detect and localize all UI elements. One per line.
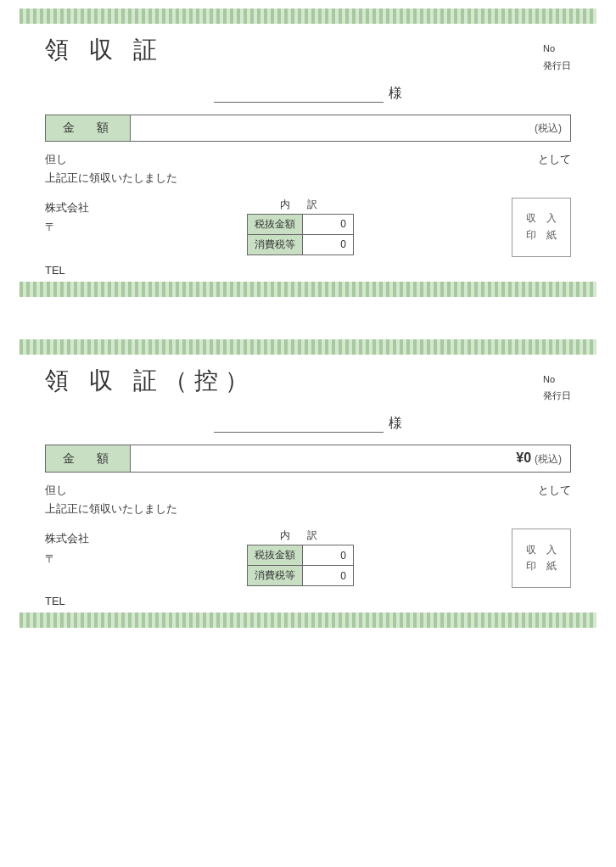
spacer bbox=[20, 305, 596, 331]
receipt-1-body: 但し として 上記正に領収いたしました bbox=[20, 152, 596, 193]
receipt-2-stamp-box: 収 入 印 紙 bbox=[512, 529, 571, 588]
top-stripe-2 bbox=[20, 339, 596, 355]
receipt-1-recipient-name[interactable] bbox=[214, 86, 384, 103]
receipt-2-header: 領 収 証（控） No 発行日 bbox=[20, 355, 596, 412]
receipt-1-amount-row: 金 額 (税込) bbox=[46, 115, 571, 141]
receipt-2-tax-label: (税込) bbox=[535, 453, 562, 465]
receipt-1-recipient-line: 様 bbox=[20, 81, 596, 103]
receipt-1-amount-label: 金 額 bbox=[46, 115, 131, 141]
receipt-1-stamp-line1: 収 入 bbox=[526, 210, 557, 227]
receipt-2-naiwake-table: 税抜金額 0 消費税等 0 bbox=[247, 545, 354, 586]
receipt-1-shohi-row: 消費税等 0 bbox=[248, 234, 354, 255]
receipt-2-tel: TEL bbox=[20, 588, 596, 612]
receipt-1-ueki: 上記正に領収いたしました bbox=[45, 171, 571, 186]
receipt-2-naiwake-area: 内 訳 税抜金額 0 消費税等 0 bbox=[247, 529, 354, 586]
page: 領 収 証 No 発行日 様 金 額 (税込) 但し として bbox=[20, 0, 596, 636]
receipt-2-amount-value: ¥0 (税込) bbox=[131, 445, 571, 473]
receipt-1: 領 収 証 No 発行日 様 金 額 (税込) 但し として bbox=[20, 0, 596, 305]
receipt-1-sama: 様 bbox=[389, 85, 402, 103]
bottom-stripe-1 bbox=[20, 282, 596, 297]
receipt-2-amount-row: 金 額 ¥0 (税込) bbox=[46, 445, 571, 473]
receipt-2-zei-row: 税抜金額 0 bbox=[248, 545, 354, 566]
receipt-1-naiwake-area: 内 訳 税抜金額 0 消費税等 0 bbox=[247, 198, 354, 255]
receipt-2-company-info: 株式会社 〒 bbox=[45, 529, 89, 568]
receipt-2-no-area: No 発行日 bbox=[543, 365, 571, 406]
receipt-2: 領 収 証（控） No 発行日 様 金 額 ¥0 (税込) 但し として bbox=[20, 331, 596, 637]
receipt-2-amount-table: 金 額 ¥0 (税込) bbox=[45, 445, 571, 473]
receipt-2-lower: 株式会社 〒 内 訳 税抜金額 0 消費税等 0 収 入 bbox=[20, 529, 596, 588]
receipt-2-amount-label: 金 額 bbox=[46, 445, 131, 473]
receipt-1-title: 領 収 証 bbox=[45, 34, 164, 66]
receipt-1-tel: TEL bbox=[20, 257, 596, 282]
receipt-1-postal: 〒 bbox=[45, 217, 89, 237]
receipt-2-naiwake-header: 内 訳 bbox=[247, 529, 354, 543]
receipt-2-company: 株式会社 bbox=[45, 529, 89, 548]
receipt-2-zei-label: 税抜金額 bbox=[248, 545, 303, 566]
receipt-1-shohi-label: 消費税等 bbox=[248, 234, 303, 255]
receipt-2-shohi-label: 消費税等 bbox=[248, 566, 303, 586]
receipt-1-zei-row: 税抜金額 0 bbox=[248, 214, 354, 234]
receipt-1-company-info: 株式会社 〒 bbox=[45, 198, 89, 238]
receipt-2-stamp-line1: 収 入 bbox=[526, 542, 557, 558]
receipt-2-no-label: No bbox=[543, 372, 571, 389]
receipt-1-zei-label: 税抜金額 bbox=[248, 214, 303, 234]
receipt-1-zei-value: 0 bbox=[303, 214, 354, 234]
bottom-stripe-2 bbox=[20, 612, 596, 628]
receipt-2-shohi-row: 消費税等 0 bbox=[248, 566, 354, 586]
receipt-2-date-label: 発行日 bbox=[543, 388, 571, 405]
receipt-1-date-label: 発行日 bbox=[543, 58, 571, 75]
receipt-1-header: 領 収 証 No 発行日 bbox=[20, 24, 596, 81]
receipt-1-amount-value: (税込) bbox=[131, 115, 571, 141]
receipt-2-postal: 〒 bbox=[45, 549, 89, 568]
receipt-1-lower: 株式会社 〒 内 訳 税抜金額 0 消費税等 0 収 入 bbox=[20, 198, 596, 257]
receipt-2-tada-line: 但し として bbox=[45, 483, 571, 498]
receipt-2-ueki: 上記正に領収いたしました bbox=[45, 501, 571, 517]
receipt-1-shohi-value: 0 bbox=[303, 234, 354, 255]
receipt-1-naiwake-header: 内 訳 bbox=[247, 198, 354, 212]
receipt-1-tada: 但し bbox=[45, 152, 67, 167]
receipt-1-amount-table: 金 額 (税込) bbox=[45, 115, 571, 142]
receipt-1-no-label: No bbox=[543, 41, 571, 58]
receipt-2-sama: 様 bbox=[389, 415, 402, 433]
receipt-2-toshite: として bbox=[538, 483, 571, 498]
receipt-2-body: 但し として 上記正に領収いたしました bbox=[20, 483, 596, 523]
receipt-1-tax-label: (税込) bbox=[535, 122, 562, 134]
receipt-1-no-area: No 発行日 bbox=[543, 34, 571, 75]
receipt-2-recipient-name[interactable] bbox=[214, 416, 384, 433]
receipt-2-title: 領 収 証（控） bbox=[45, 365, 255, 397]
receipt-2-shohi-value: 0 bbox=[303, 566, 354, 586]
receipt-2-tada: 但し bbox=[45, 483, 67, 498]
top-stripe-1 bbox=[20, 8, 596, 24]
receipt-1-stamp-line2: 印 紙 bbox=[526, 227, 557, 243]
receipt-2-recipient-line: 様 bbox=[20, 411, 596, 433]
receipt-1-company: 株式会社 bbox=[45, 198, 89, 217]
receipt-1-stamp-box: 収 入 印 紙 bbox=[512, 198, 571, 257]
receipt-1-naiwake-table: 税抜金額 0 消費税等 0 bbox=[247, 214, 354, 255]
receipt-1-toshite: として bbox=[538, 152, 571, 167]
receipt-2-amount-number: ¥0 bbox=[516, 450, 531, 465]
receipt-2-zei-value: 0 bbox=[303, 545, 354, 566]
receipt-2-stamp-line2: 印 紙 bbox=[526, 558, 557, 574]
receipt-1-tada-line: 但し として bbox=[45, 152, 571, 167]
